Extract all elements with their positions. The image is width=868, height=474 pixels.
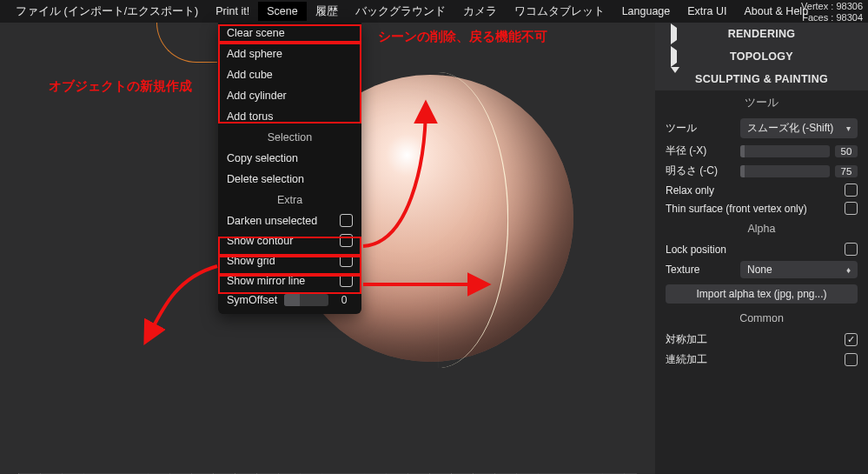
continuous-label: 連続加工 [666, 352, 707, 367]
show-mirror-checkbox[interactable] [340, 274, 353, 287]
rendering-title: RENDERING [728, 28, 796, 40]
row-tool: ツール スムーズ化 (-Shift) ▾ [655, 116, 868, 141]
brightness-label: 明るさ (-C) [666, 164, 733, 178]
sculpting-title: SCULPTING & PAINTING [695, 73, 828, 85]
panel-header-rendering[interactable]: RENDERING [655, 23, 868, 45]
menu-delete-selection[interactable]: Delete selection [218, 169, 361, 190]
row-sym-offset[interactable]: SymOffset 0 [218, 290, 361, 314]
symmetry-label: 対称加工 [666, 332, 707, 347]
chevron-right-icon [671, 46, 677, 67]
annotation-new-object: オブジェクトの新規作成 [49, 78, 192, 95]
tool-label: ツール [666, 121, 733, 136]
menu-history[interactable]: 履歴 [307, 1, 347, 23]
dropdown-section-extra: Extra [218, 190, 361, 210]
dropdown-section-selection: Selection [218, 127, 361, 148]
row-show-contour[interactable]: Show contour [218, 230, 361, 250]
scene-dropdown: Clear scene Add sphere Add cube Add cyli… [218, 23, 361, 314]
menu-add-sphere[interactable]: Add sphere [218, 43, 361, 64]
row-show-grid[interactable]: Show grid [218, 250, 361, 270]
continuous-checkbox[interactable] [845, 353, 858, 366]
symmetry-checkbox[interactable] [845, 333, 858, 346]
texture-select[interactable]: None ♦ [740, 261, 858, 278]
relax-only-label: Relax only [666, 184, 714, 197]
brightness-slider[interactable] [740, 165, 830, 177]
thin-surface-label: Thin surface (front vertex only) [666, 203, 807, 215]
menu-copy-selection[interactable]: Copy selection [218, 148, 361, 169]
lock-position-label: Lock position [666, 244, 726, 256]
menu-scene[interactable]: Scene [258, 2, 306, 21]
menu-add-cube[interactable]: Add cube [218, 64, 361, 85]
show-grid-label: Show grid [227, 255, 275, 267]
menu-language[interactable]: Language [613, 2, 679, 21]
vertex-value: 98306 [836, 1, 863, 11]
menu-background[interactable]: バックグラウンド [347, 1, 454, 23]
panel-header-sculpting[interactable]: SCULPTING & PAINTING [655, 68, 868, 90]
radius-label: 半径 (-X) [666, 144, 733, 158]
row-darken-unselected[interactable]: Darken unselected [218, 210, 361, 230]
row-show-mirror[interactable]: Show mirror line [218, 270, 361, 290]
menu-file[interactable]: ファイル (インポート/エクスポート) [7, 1, 207, 23]
row-texture: Texture None ♦ [655, 258, 868, 281]
menu-print[interactable]: Print it! [207, 2, 258, 21]
section-alpha: Alpha [655, 217, 868, 240]
import-alpha-button[interactable]: Import alpha tex (jpg, png...) [666, 284, 858, 304]
vertex-label: Vertex : [801, 1, 833, 11]
thin-surface-checkbox[interactable] [845, 202, 858, 215]
radius-value[interactable]: 50 [835, 145, 858, 157]
show-grid-checkbox[interactable] [340, 254, 353, 267]
row-radius: 半径 (-X) 50 [655, 141, 868, 161]
topology-title: TOPOLOGY [730, 50, 793, 63]
sym-offset-value: 0 [335, 294, 353, 306]
tool-select[interactable]: スムーズ化 (-Shift) ▾ [740, 118, 858, 138]
faces-label: Faces : [802, 12, 833, 23]
row-lock-position: Lock position [655, 240, 868, 258]
relax-only-checkbox[interactable] [845, 184, 858, 197]
section-tool: ツール [655, 90, 868, 116]
brightness-value[interactable]: 75 [835, 165, 858, 177]
menubar: ファイル (インポート/エクスポート) Print it! Scene 履歴 バ… [0, 0, 868, 23]
menu-add-cylinder[interactable]: Add cylinder [218, 85, 361, 106]
faces-value: 98304 [836, 12, 863, 23]
right-panel: RENDERING TOPOLOGY SCULPTING & PAINTING … [655, 23, 868, 474]
sym-offset-label: SymOffset [227, 294, 277, 306]
darken-unselected-checkbox[interactable] [340, 214, 353, 227]
menu-add-torus[interactable]: Add torus [218, 106, 361, 127]
show-contour-checkbox[interactable] [340, 234, 353, 247]
texture-label: Texture [666, 264, 733, 276]
show-mirror-label: Show mirror line [227, 275, 305, 287]
annotation-delete-scene: シーンの削除、戻る機能不可 [378, 29, 547, 45]
mirror-seam [438, 72, 508, 368]
radius-slider[interactable] [740, 145, 830, 157]
row-symmetry: 対称加工 [655, 330, 868, 350]
chevron-right-icon [671, 23, 677, 44]
tool-select-value: スムーズ化 (-Shift) [747, 121, 833, 136]
texture-select-value: None [747, 264, 772, 276]
menu-clear-scene[interactable]: Clear scene [218, 23, 361, 43]
lock-position-checkbox[interactable] [845, 243, 858, 256]
row-thin-surface: Thin surface (front vertex only) [655, 199, 868, 217]
updown-icon: ♦ [846, 265, 851, 275]
row-brightness: 明るさ (-C) 75 [655, 161, 868, 181]
menu-wacom[interactable]: ワコムタブレット [506, 1, 613, 23]
menu-camera[interactable]: カメラ [454, 1, 506, 23]
stats-display: Vertex : 98306 Faces : 98304 [801, 0, 863, 23]
row-continuous: 連続加工 [655, 350, 868, 370]
caret-icon: ▾ [846, 124, 851, 133]
sym-offset-slider[interactable] [284, 294, 328, 306]
row-relax-only: Relax only [655, 181, 868, 199]
darken-unselected-label: Darken unselected [227, 215, 317, 227]
contour-arc [156, 23, 217, 63]
chevron-down-icon [671, 67, 679, 85]
show-contour-label: Show contour [227, 235, 293, 247]
menu-extra-ui[interactable]: Extra UI [679, 2, 735, 21]
section-common: Common [655, 307, 868, 330]
panel-header-topology[interactable]: TOPOLOGY [655, 45, 868, 68]
